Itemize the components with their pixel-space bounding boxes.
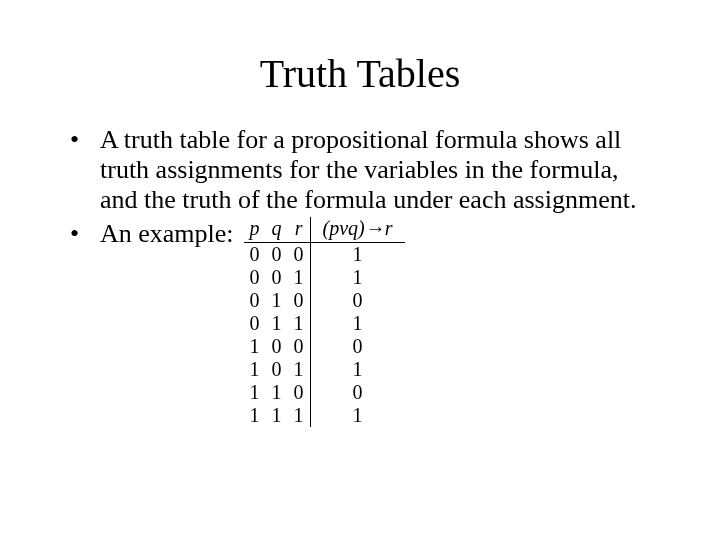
table-row: 0 1 0 0: [244, 289, 405, 312]
cell: 1: [266, 289, 288, 312]
cell: 1: [244, 381, 266, 404]
table-row: 1 1 1 1: [244, 404, 405, 427]
cell-result: 1: [310, 358, 404, 381]
cell: 1: [288, 266, 311, 289]
table-row: 0 1 1 1: [244, 312, 405, 335]
cell-result: 1: [310, 242, 404, 266]
table-row: 0 0 0 1: [244, 242, 405, 266]
cell: 0: [266, 335, 288, 358]
cell-result: 0: [310, 289, 404, 312]
cell: 1: [244, 358, 266, 381]
table-row: 1 0 1 1: [244, 358, 405, 381]
cell: 1: [266, 312, 288, 335]
slide-body: A truth table for a propositional formul…: [60, 125, 660, 427]
cell-result: 1: [310, 312, 404, 335]
cell: 0: [266, 242, 288, 266]
cell: 1: [266, 381, 288, 404]
cell: 0: [244, 242, 266, 266]
cell: 0: [266, 358, 288, 381]
cell: 1: [244, 335, 266, 358]
cell: 1: [288, 312, 311, 335]
table-row: 1 0 0 0: [244, 335, 405, 358]
example-label: An example:: [100, 219, 244, 249]
slide-title: Truth Tables: [60, 50, 660, 97]
cell-result: 1: [310, 404, 404, 427]
cell-result: 0: [310, 335, 404, 358]
bullet-item-2: An example: p q r (pvq)→r: [60, 219, 660, 427]
table-row: 1 1 0 0: [244, 381, 405, 404]
bullet-list: A truth table for a propositional formul…: [60, 125, 660, 427]
cell: 0: [288, 381, 311, 404]
cell: 1: [288, 404, 311, 427]
cell: 0: [266, 266, 288, 289]
table-header-row: p q r (pvq)→r: [244, 217, 405, 243]
truth-table: p q r (pvq)→r 0 0 0 1: [244, 217, 405, 427]
col-result-header: (pvq)→r: [310, 217, 404, 243]
cell: 1: [244, 404, 266, 427]
col-p-header: p: [244, 217, 266, 243]
cell-result: 1: [310, 266, 404, 289]
cell: 0: [244, 266, 266, 289]
cell: 0: [288, 289, 311, 312]
col-q-header: q: [266, 217, 288, 243]
slide: Truth Tables A truth table for a proposi…: [0, 0, 720, 540]
cell: 0: [288, 335, 311, 358]
cell: 0: [244, 289, 266, 312]
bullet-item-1: A truth table for a propositional formul…: [60, 125, 660, 215]
col-r-header: r: [288, 217, 311, 243]
cell: 1: [266, 404, 288, 427]
cell: 1: [288, 358, 311, 381]
cell: 0: [244, 312, 266, 335]
cell-result: 0: [310, 381, 404, 404]
table-row: 0 0 1 1: [244, 266, 405, 289]
cell: 0: [288, 242, 311, 266]
